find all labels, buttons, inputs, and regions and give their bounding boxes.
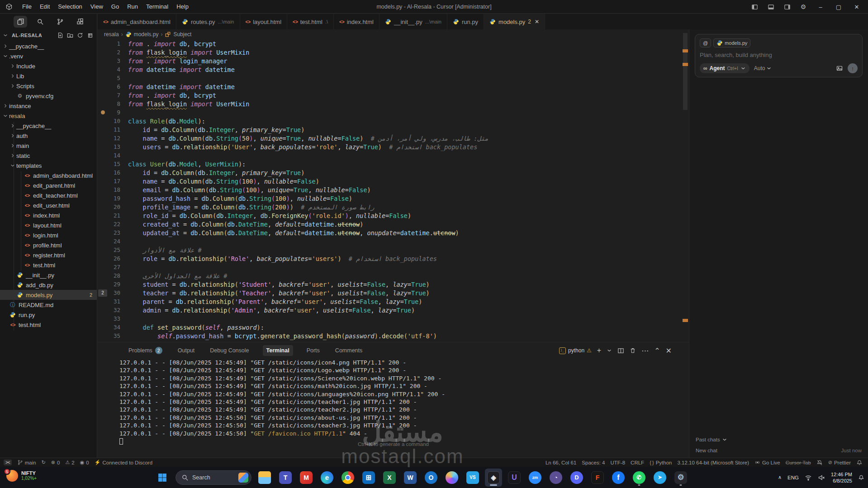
gutter-glyph-margin[interactable] <box>98 220 109 228</box>
status-2[interactable]: ⚠2 <box>62 458 77 467</box>
github-taskbar-icon[interactable]: ◔ <box>547 469 564 487</box>
gutter-glyph-margin[interactable] <box>98 65 109 74</box>
gutter-glyph-margin[interactable] <box>98 271 109 280</box>
volume-muted-icon[interactable] <box>818 474 825 481</box>
line-number[interactable]: 26 <box>109 255 120 262</box>
tree-item-pyvenv-cfg[interactable]: ⚙pyvenv.cfg <box>0 91 97 101</box>
tree-item-scripts[interactable]: Scripts <box>0 81 97 91</box>
panel-tab-comments[interactable]: Comments <box>333 345 364 356</box>
word-taskbar-icon[interactable]: W <box>402 469 419 487</box>
activity-extensions[interactable] <box>73 16 87 28</box>
status-cursor-tab[interactable]: Cursor Tab <box>783 458 814 467</box>
gutter-glyph-margin[interactable] <box>98 246 109 254</box>
recent-chat-item[interactable]: New chat Just now <box>696 448 862 453</box>
code-line-17[interactable]: 17 name = db.Column(db.String(100), null… <box>98 177 689 185</box>
excel-taskbar-icon[interactable]: X <box>381 469 398 487</box>
status-sync[interactable]: ↻ <box>39 458 48 467</box>
gutter-glyph-margin[interactable] <box>98 91 109 99</box>
tab-admin_dashboard-html[interactable]: < >admin_dashboard.html <box>98 14 176 29</box>
file-explorer-taskbar-icon[interactable] <box>256 469 273 487</box>
code-line-28[interactable]: 28 # علاقة مع الجداول الأخرى <box>98 271 689 280</box>
line-number[interactable]: 7 <box>109 92 120 99</box>
line-number[interactable]: 2 <box>109 49 120 56</box>
code-line-16[interactable]: 16 id = db.Column(db.Integer, primary_ke… <box>98 168 689 177</box>
edge-taskbar-icon[interactable]: e <box>318 469 336 487</box>
line-number[interactable]: 31 <box>109 298 120 305</box>
tab-__init__-py[interactable]: __init__.py...\main <box>379 14 447 29</box>
tree-item-admin_dashboard-html[interactable]: < >admin_dashboard.html <box>0 171 97 180</box>
line-number[interactable]: 33 <box>109 315 120 322</box>
gutter-glyph-margin[interactable] <box>98 280 109 289</box>
gutter-glyph-margin[interactable] <box>98 99 109 108</box>
status-3-12-10-64-bit-microsoft-store-[interactable]: 3.12.10 64-bit (Microsoft Store) <box>675 458 752 467</box>
gutter-glyph-margin[interactable] <box>98 185 109 194</box>
panel-tab-problems[interactable]: Problems2 <box>127 345 164 356</box>
telegram-taskbar-icon[interactable]: ➤ <box>651 469 669 487</box>
status-remote[interactable]: >< <box>1 458 14 467</box>
line-number[interactable]: 18 <box>109 186 120 193</box>
menu-selection[interactable]: Selection <box>54 2 86 12</box>
start-button[interactable] <box>154 469 171 486</box>
line-number[interactable]: 23 <box>109 229 120 236</box>
tree-item-resala[interactable]: resala <box>0 111 97 121</box>
terminal-profile-chevron-icon[interactable] <box>607 348 612 353</box>
menu-go[interactable]: Go <box>107 2 123 12</box>
code-line-13[interactable]: 13 users = db.relationship('User', back_… <box>98 142 689 151</box>
gutter-glyph-margin[interactable] <box>98 323 109 332</box>
code-line-35[interactable]: 35 self.password_hash = bcrypt.generate_… <box>98 332 689 340</box>
taskbar-search[interactable]: Search <box>175 470 251 485</box>
line-number[interactable]: 28 <box>109 272 120 279</box>
code-line-15[interactable]: 15class User(db.Model, UserMixin): <box>98 160 689 168</box>
status-main[interactable]: main <box>14 458 39 467</box>
menu-view[interactable]: View <box>86 2 107 12</box>
line-number[interactable]: 16 <box>109 169 120 176</box>
cursor-taskbar-icon[interactable]: ◈ <box>485 469 502 487</box>
status-go-live[interactable]: Go Live <box>752 458 783 467</box>
line-number[interactable]: 32 <box>109 307 120 313</box>
settings-taskbar-icon[interactable]: ⚙ <box>672 469 689 487</box>
news-widget[interactable]: 5 NIFTY1,02%+ <box>3 469 40 483</box>
line-number[interactable]: 1 <box>109 40 120 47</box>
code-line-9[interactable]: 9 <box>98 108 689 117</box>
line-number[interactable]: 13 <box>109 143 120 150</box>
m365-taskbar-icon[interactable]: M <box>298 469 315 487</box>
gutter-glyph-margin[interactable]: 2 <box>98 289 109 297</box>
line-number[interactable]: 20 <box>109 204 120 210</box>
tree-item-templates[interactable]: templates <box>0 161 97 171</box>
tree-item-layout-html[interactable]: < >layout.html <box>0 220 97 230</box>
close-panel-icon[interactable]: ✕ <box>666 346 672 355</box>
tree-item-edit_teacher-html[interactable]: < >edit_teacher.html <box>0 190 97 200</box>
code-line-7[interactable]: 7from . import db, bcrypt <box>98 91 689 99</box>
tab-index-html[interactable]: < >index.html <box>334 14 379 29</box>
line-number[interactable]: 34 <box>109 324 120 331</box>
code-line-3[interactable]: 3from . import login_manager <box>98 57 689 65</box>
tab-models-py[interactable]: models.py2✕ <box>484 14 545 29</box>
tree-item-instance[interactable]: instance <box>0 101 97 111</box>
line-number[interactable]: 29 <box>109 281 120 288</box>
activity-files[interactable] <box>14 16 27 28</box>
code-line-19[interactable]: 19 password_hash = db.Column(db.String(1… <box>98 194 689 203</box>
status-bell-slash[interactable] <box>814 458 825 467</box>
status-prettier[interactable]: ⊘Prettier <box>825 458 854 467</box>
gutter-glyph-margin[interactable] <box>98 142 109 151</box>
gutter-glyph-margin[interactable] <box>98 177 109 185</box>
tree-item-__init__-py[interactable]: __init__.py <box>0 270 97 280</box>
attach-image-icon[interactable] <box>836 65 843 72</box>
gutter-glyph-margin[interactable] <box>98 57 109 65</box>
gutter-glyph-margin[interactable] <box>98 117 109 125</box>
chevron-down-icon[interactable] <box>3 33 8 38</box>
menu-help[interactable]: Help <box>172 2 193 12</box>
line-number[interactable]: 8 <box>109 100 120 107</box>
code-line-5[interactable]: 5 <box>98 74 689 82</box>
line-number[interactable]: 25 <box>109 246 120 253</box>
gutter-glyph-margin[interactable] <box>98 332 109 340</box>
panel-tab-terminal[interactable]: Terminal <box>263 345 293 356</box>
line-number[interactable]: 27 <box>109 264 120 270</box>
vscode-taskbar-icon[interactable]: VS <box>464 469 481 487</box>
activity-search[interactable] <box>33 16 47 28</box>
shell-chip[interactable]: 〉_python⚠ <box>559 347 592 354</box>
language-indicator[interactable]: ENG <box>787 475 799 480</box>
tree-item-profile-html[interactable]: < >profile.html <box>0 240 97 250</box>
tree-item-readme-md[interactable]: ⓘREADME.md <box>0 300 97 310</box>
gutter-glyph-margin[interactable] <box>98 306 109 314</box>
